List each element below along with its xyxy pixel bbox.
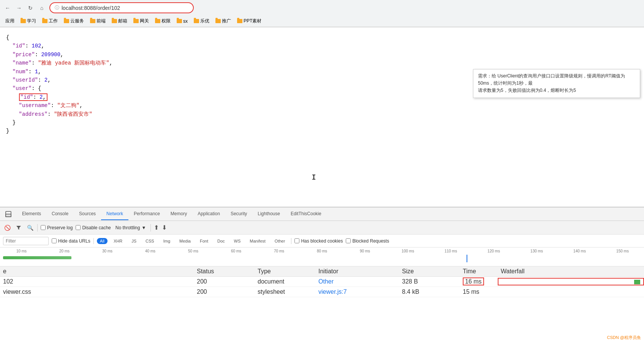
devtools-panel: Elements Console Sources Network Perform… (0, 207, 644, 342)
timeline-label-140ms: 140 ms (558, 249, 601, 253)
th-status[interactable]: Status (194, 268, 255, 275)
tab-console[interactable]: Console (46, 208, 74, 220)
bookmark-xuexi[interactable]: 学习 (18, 17, 38, 25)
bookmark-gongzuo[interactable]: 工作 (40, 17, 60, 25)
svg-rect-1 (6, 214, 11, 217)
td-size-row2: 8.4 kB (399, 288, 460, 295)
filter-type-font[interactable]: Font (197, 238, 211, 244)
filter-type-img[interactable]: Img (160, 238, 173, 244)
preserve-log-checkbox[interactable] (41, 225, 46, 230)
filter-input[interactable] (3, 237, 49, 245)
filter-type-other[interactable]: Other (272, 238, 288, 244)
timeline-labels: 10 ms 20 ms 30 ms 40 ms 50 ms 60 ms 70 m… (0, 247, 644, 255)
clear-button[interactable]: 🚫 (3, 224, 11, 232)
td-time-row1: 16 ms (460, 278, 498, 285)
csdn-watermark: CSDN @程序员鱼 (607, 335, 641, 340)
bookmark-wangguan[interactable]: 网关 (131, 17, 151, 25)
filter-type-all[interactable]: All (97, 238, 108, 244)
tab-network[interactable]: Network (101, 208, 128, 220)
bookmark-label: 权限 (161, 18, 171, 24)
has-blocked-cookies-checkbox[interactable] (294, 238, 299, 243)
timeline-label-80ms: 80 ms (301, 249, 343, 253)
filter-icon-btn[interactable] (14, 224, 23, 232)
tab-performance[interactable]: Performance (128, 208, 165, 220)
bookmark-yingyong[interactable]: 应用 (3, 17, 17, 25)
lock-icon: ⓘ (55, 5, 59, 11)
folder-icon (237, 19, 242, 23)
filter-type-js[interactable]: JS (128, 238, 139, 244)
td-status-row2: 200 (194, 288, 255, 295)
th-size[interactable]: Size (399, 268, 460, 275)
tab-memory[interactable]: Memory (165, 208, 192, 220)
bookmarks-bar: 应用 学习 工作 云服务 前端 邮箱 网关 权限 (0, 16, 644, 27)
bookmark-yunfuwu[interactable]: 云服务 (62, 17, 86, 25)
devtools-toggle-icon[interactable] (3, 209, 14, 219)
devtools-toolbar: 🚫 🔍 Preserve log Disable cache No thrott… (0, 221, 644, 235)
timeline-label-100ms: 100 ms (386, 249, 429, 253)
filter-type-manifest[interactable]: Manifest (247, 238, 269, 244)
filter-divider (93, 238, 94, 244)
tab-sources[interactable]: Sources (74, 208, 101, 220)
tab-elements[interactable]: Elements (17, 208, 46, 220)
tab-security[interactable]: Security (225, 208, 252, 220)
td-waterfall-row2 (498, 288, 644, 296)
folder-icon (177, 19, 182, 23)
throttle-select[interactable]: No throttling ▼ (114, 224, 148, 231)
table-row[interactable]: 102 200 document Other 328 B 16 ms (0, 277, 644, 287)
folder-icon (42, 19, 47, 23)
download-button[interactable]: ⬇ (162, 224, 167, 231)
th-initiator[interactable]: Initiator (315, 268, 399, 275)
blocked-requests-checkbox[interactable] (346, 238, 351, 243)
filter-type-ws[interactable]: WS (231, 238, 244, 244)
has-blocked-cookies-text: Has blocked cookies (301, 238, 343, 244)
tab-application[interactable]: Application (192, 208, 225, 220)
bookmark-sx[interactable]: sx (174, 18, 190, 25)
bookmark-ppt[interactable]: PPT素材 (235, 17, 264, 25)
disable-cache-label[interactable]: Disable cache (76, 225, 111, 230)
tab-editthiscookie[interactable]: EditThisCookie (285, 208, 327, 220)
hide-data-urls-label[interactable]: Hide data URLs (52, 238, 90, 244)
text-cursor: I (312, 172, 316, 184)
bookmark-quanxian[interactable]: 权限 (153, 17, 173, 25)
td-initiator-row1[interactable]: Other (315, 278, 399, 285)
td-type-row2: stylesheet (255, 288, 315, 295)
td-status-row1: 200 (194, 278, 255, 285)
bookmark-label: sx (183, 19, 188, 24)
timeline-green-bar (3, 256, 71, 259)
home-button[interactable]: ⌂ (37, 3, 46, 13)
address-bar[interactable]: ⓘ localhost:8088/order/102 (49, 2, 194, 13)
bookmark-tuiguang[interactable]: 推广 (213, 17, 233, 25)
bookmark-label: 推广 (222, 18, 231, 24)
th-name[interactable]: e (0, 268, 194, 275)
filter-type-css[interactable]: CSS (142, 238, 157, 244)
table-row[interactable]: viewer.css 200 stylesheet viewer.js:7 8.… (0, 287, 644, 297)
forward-button[interactable]: → (14, 3, 24, 13)
search-icon-btn[interactable]: 🔍 (26, 224, 34, 232)
timeline-label-70ms: 70 ms (258, 249, 301, 253)
bookmark-youxiang[interactable]: 邮箱 (109, 17, 130, 25)
back-button[interactable]: ← (3, 3, 12, 13)
td-initiator-row2[interactable]: viewer.js:7 (315, 288, 399, 295)
upload-button[interactable]: ⬆ (154, 224, 159, 231)
filter-type-xhr[interactable]: XHR (111, 238, 125, 244)
bookmark-label: 前端 (97, 18, 106, 24)
th-type[interactable]: Type (255, 268, 315, 275)
th-time[interactable]: Time (460, 268, 498, 275)
preserve-log-label[interactable]: Preserve log (41, 225, 73, 230)
blocked-requests-label[interactable]: Blocked Requests (346, 238, 389, 244)
filter-type-media[interactable]: Media (176, 238, 194, 244)
hide-data-urls-checkbox[interactable] (52, 238, 57, 243)
address-text: localhost:8088/order/102 (62, 5, 188, 11)
filter-type-doc[interactable]: Doc (214, 238, 228, 244)
disable-cache-checkbox[interactable] (76, 225, 81, 230)
th-waterfall[interactable]: Waterfall (498, 268, 644, 275)
bookmark-qianduan[interactable]: 前端 (88, 17, 108, 25)
devtools-tabs: Elements Console Sources Network Perform… (0, 207, 644, 221)
has-blocked-cookies-label[interactable]: Has blocked cookies (294, 238, 343, 244)
td-name-row2: viewer.css (0, 288, 194, 295)
bookmark-leyou[interactable]: 乐优 (191, 17, 212, 25)
timeline-bar: 10 ms 20 ms 30 ms 40 ms 50 ms 60 ms 70 m… (0, 247, 644, 266)
reload-button[interactable]: ↻ (26, 3, 35, 13)
folder-icon (133, 19, 139, 23)
tab-lighthouse[interactable]: Lighthouse (252, 208, 285, 220)
